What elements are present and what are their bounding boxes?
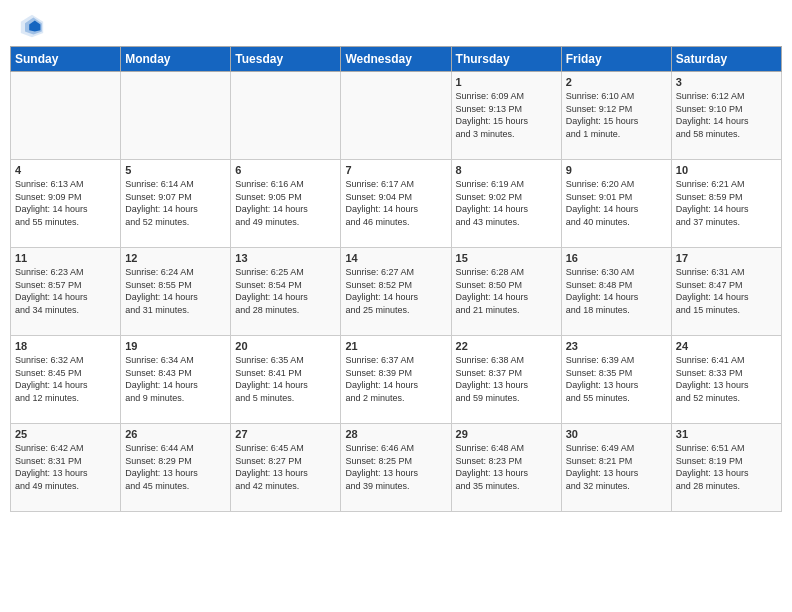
day-info: Sunrise: 6:21 AM Sunset: 8:59 PM Dayligh…	[676, 178, 777, 228]
calendar-week-row: 4Sunrise: 6:13 AM Sunset: 9:09 PM Daylig…	[11, 160, 782, 248]
day-number: 11	[15, 252, 116, 264]
day-info: Sunrise: 6:41 AM Sunset: 8:33 PM Dayligh…	[676, 354, 777, 404]
day-number: 4	[15, 164, 116, 176]
calendar-cell: 4Sunrise: 6:13 AM Sunset: 9:09 PM Daylig…	[11, 160, 121, 248]
day-info: Sunrise: 6:38 AM Sunset: 8:37 PM Dayligh…	[456, 354, 557, 404]
day-number: 12	[125, 252, 226, 264]
calendar-wrap: SundayMondayTuesdayWednesdayThursdayFrid…	[0, 46, 792, 518]
day-number: 24	[676, 340, 777, 352]
calendar-cell	[341, 72, 451, 160]
calendar-cell: 5Sunrise: 6:14 AM Sunset: 9:07 PM Daylig…	[121, 160, 231, 248]
day-info: Sunrise: 6:34 AM Sunset: 8:43 PM Dayligh…	[125, 354, 226, 404]
day-info: Sunrise: 6:51 AM Sunset: 8:19 PM Dayligh…	[676, 442, 777, 492]
calendar-cell	[231, 72, 341, 160]
calendar-cell: 17Sunrise: 6:31 AM Sunset: 8:47 PM Dayli…	[671, 248, 781, 336]
calendar-table: SundayMondayTuesdayWednesdayThursdayFrid…	[10, 46, 782, 512]
logo-icon	[18, 12, 46, 40]
calendar-cell: 1Sunrise: 6:09 AM Sunset: 9:13 PM Daylig…	[451, 72, 561, 160]
day-number: 22	[456, 340, 557, 352]
day-info: Sunrise: 6:32 AM Sunset: 8:45 PM Dayligh…	[15, 354, 116, 404]
day-number: 28	[345, 428, 446, 440]
calendar-cell: 26Sunrise: 6:44 AM Sunset: 8:29 PM Dayli…	[121, 424, 231, 512]
day-info: Sunrise: 6:45 AM Sunset: 8:27 PM Dayligh…	[235, 442, 336, 492]
calendar-cell: 16Sunrise: 6:30 AM Sunset: 8:48 PM Dayli…	[561, 248, 671, 336]
calendar-week-row: 25Sunrise: 6:42 AM Sunset: 8:31 PM Dayli…	[11, 424, 782, 512]
calendar-week-row: 1Sunrise: 6:09 AM Sunset: 9:13 PM Daylig…	[11, 72, 782, 160]
day-info: Sunrise: 6:23 AM Sunset: 8:57 PM Dayligh…	[15, 266, 116, 316]
day-info: Sunrise: 6:19 AM Sunset: 9:02 PM Dayligh…	[456, 178, 557, 228]
calendar-cell: 25Sunrise: 6:42 AM Sunset: 8:31 PM Dayli…	[11, 424, 121, 512]
day-number: 9	[566, 164, 667, 176]
day-number: 23	[566, 340, 667, 352]
calendar-cell: 27Sunrise: 6:45 AM Sunset: 8:27 PM Dayli…	[231, 424, 341, 512]
page-header	[0, 0, 792, 46]
weekday-header-saturday: Saturday	[671, 47, 781, 72]
day-number: 16	[566, 252, 667, 264]
calendar-cell: 19Sunrise: 6:34 AM Sunset: 8:43 PM Dayli…	[121, 336, 231, 424]
day-info: Sunrise: 6:42 AM Sunset: 8:31 PM Dayligh…	[15, 442, 116, 492]
day-number: 26	[125, 428, 226, 440]
calendar-cell: 14Sunrise: 6:27 AM Sunset: 8:52 PM Dayli…	[341, 248, 451, 336]
day-info: Sunrise: 6:25 AM Sunset: 8:54 PM Dayligh…	[235, 266, 336, 316]
day-number: 27	[235, 428, 336, 440]
day-info: Sunrise: 6:44 AM Sunset: 8:29 PM Dayligh…	[125, 442, 226, 492]
calendar-week-row: 18Sunrise: 6:32 AM Sunset: 8:45 PM Dayli…	[11, 336, 782, 424]
day-number: 20	[235, 340, 336, 352]
calendar-cell: 8Sunrise: 6:19 AM Sunset: 9:02 PM Daylig…	[451, 160, 561, 248]
calendar-cell: 15Sunrise: 6:28 AM Sunset: 8:50 PM Dayli…	[451, 248, 561, 336]
day-number: 13	[235, 252, 336, 264]
calendar-cell: 31Sunrise: 6:51 AM Sunset: 8:19 PM Dayli…	[671, 424, 781, 512]
day-number: 8	[456, 164, 557, 176]
day-number: 2	[566, 76, 667, 88]
calendar-cell: 23Sunrise: 6:39 AM Sunset: 8:35 PM Dayli…	[561, 336, 671, 424]
day-info: Sunrise: 6:17 AM Sunset: 9:04 PM Dayligh…	[345, 178, 446, 228]
day-number: 17	[676, 252, 777, 264]
day-number: 18	[15, 340, 116, 352]
day-info: Sunrise: 6:31 AM Sunset: 8:47 PM Dayligh…	[676, 266, 777, 316]
calendar-cell: 7Sunrise: 6:17 AM Sunset: 9:04 PM Daylig…	[341, 160, 451, 248]
day-number: 31	[676, 428, 777, 440]
day-info: Sunrise: 6:13 AM Sunset: 9:09 PM Dayligh…	[15, 178, 116, 228]
weekday-header-wednesday: Wednesday	[341, 47, 451, 72]
day-info: Sunrise: 6:16 AM Sunset: 9:05 PM Dayligh…	[235, 178, 336, 228]
calendar-cell: 20Sunrise: 6:35 AM Sunset: 8:41 PM Dayli…	[231, 336, 341, 424]
weekday-header-monday: Monday	[121, 47, 231, 72]
calendar-cell: 18Sunrise: 6:32 AM Sunset: 8:45 PM Dayli…	[11, 336, 121, 424]
day-info: Sunrise: 6:10 AM Sunset: 9:12 PM Dayligh…	[566, 90, 667, 140]
day-info: Sunrise: 6:28 AM Sunset: 8:50 PM Dayligh…	[456, 266, 557, 316]
day-info: Sunrise: 6:46 AM Sunset: 8:25 PM Dayligh…	[345, 442, 446, 492]
day-info: Sunrise: 6:39 AM Sunset: 8:35 PM Dayligh…	[566, 354, 667, 404]
weekday-header-thursday: Thursday	[451, 47, 561, 72]
day-number: 19	[125, 340, 226, 352]
weekday-header-sunday: Sunday	[11, 47, 121, 72]
weekday-header-tuesday: Tuesday	[231, 47, 341, 72]
day-number: 5	[125, 164, 226, 176]
calendar-cell	[11, 72, 121, 160]
day-number: 25	[15, 428, 116, 440]
calendar-cell: 12Sunrise: 6:24 AM Sunset: 8:55 PM Dayli…	[121, 248, 231, 336]
calendar-cell: 2Sunrise: 6:10 AM Sunset: 9:12 PM Daylig…	[561, 72, 671, 160]
calendar-cell: 22Sunrise: 6:38 AM Sunset: 8:37 PM Dayli…	[451, 336, 561, 424]
calendar-cell: 21Sunrise: 6:37 AM Sunset: 8:39 PM Dayli…	[341, 336, 451, 424]
day-number: 14	[345, 252, 446, 264]
day-info: Sunrise: 6:30 AM Sunset: 8:48 PM Dayligh…	[566, 266, 667, 316]
weekday-header-row: SundayMondayTuesdayWednesdayThursdayFrid…	[11, 47, 782, 72]
day-number: 21	[345, 340, 446, 352]
day-number: 29	[456, 428, 557, 440]
calendar-cell: 3Sunrise: 6:12 AM Sunset: 9:10 PM Daylig…	[671, 72, 781, 160]
day-info: Sunrise: 6:14 AM Sunset: 9:07 PM Dayligh…	[125, 178, 226, 228]
calendar-cell: 11Sunrise: 6:23 AM Sunset: 8:57 PM Dayli…	[11, 248, 121, 336]
day-info: Sunrise: 6:12 AM Sunset: 9:10 PM Dayligh…	[676, 90, 777, 140]
day-number: 30	[566, 428, 667, 440]
day-info: Sunrise: 6:24 AM Sunset: 8:55 PM Dayligh…	[125, 266, 226, 316]
calendar-cell: 29Sunrise: 6:48 AM Sunset: 8:23 PM Dayli…	[451, 424, 561, 512]
day-number: 10	[676, 164, 777, 176]
calendar-cell	[121, 72, 231, 160]
calendar-cell: 6Sunrise: 6:16 AM Sunset: 9:05 PM Daylig…	[231, 160, 341, 248]
calendar-cell: 10Sunrise: 6:21 AM Sunset: 8:59 PM Dayli…	[671, 160, 781, 248]
calendar-cell: 9Sunrise: 6:20 AM Sunset: 9:01 PM Daylig…	[561, 160, 671, 248]
day-info: Sunrise: 6:27 AM Sunset: 8:52 PM Dayligh…	[345, 266, 446, 316]
day-info: Sunrise: 6:48 AM Sunset: 8:23 PM Dayligh…	[456, 442, 557, 492]
day-info: Sunrise: 6:37 AM Sunset: 8:39 PM Dayligh…	[345, 354, 446, 404]
calendar-cell: 30Sunrise: 6:49 AM Sunset: 8:21 PM Dayli…	[561, 424, 671, 512]
